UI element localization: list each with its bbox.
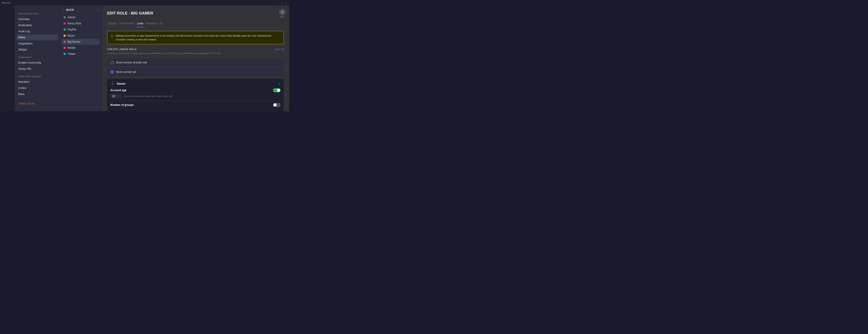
create-linked-role-label: CREATE LINKED ROLE [107,48,137,51]
create-linked-role-header: CREATE LINKED ROLE Clear all [107,48,284,51]
server-settings-header: SERVER SETTINGS [17,12,58,16]
account-age-input-row: Account must be at least this many days … [110,94,281,99]
role-tabs: Display Permissions Links Members - 10 [107,20,284,27]
esc-label: ESC [280,16,285,18]
back-label: BACK [66,8,74,11]
create-linked-role-desc: Linking a connection or app requires mem… [107,52,284,55]
app-window: Discord ─ □ ✕ SERVER SETTINGS Overview M… [0,0,289,111]
window-controls: ─ □ ✕ [276,1,287,4]
radio-must-connect-at-least-one[interactable]: Must connect at least one [107,59,284,67]
app-title: Discord [2,2,10,4]
esc-icon: ✕ [279,9,285,15]
warning-box: ⚠ Adding connection or app requirements … [107,31,284,44]
sidebar-item-invites[interactable]: Invites [17,85,58,91]
number-of-groups-label: Number of groups [110,103,134,106]
edit-header: EDIT ROLE - BIG GAMER ··· [107,10,284,16]
minimize-button[interactable]: ─ [276,1,278,4]
roles-panel-header: ← BACK + [62,8,100,12]
roles-panel: ← BACK + Admin Fancy Role PayPal Buyer [60,5,102,111]
role-item-reddit[interactable]: Reddit [62,45,100,51]
role-color-dot [63,28,66,31]
sidebar-item-integrations[interactable]: Integrations [17,41,58,46]
steam-number-of-groups-header: Number of groups [110,103,281,107]
sidebar-item-vanity-url[interactable]: Vanity URL [17,66,58,72]
role-label: Reddit [67,46,75,49]
edit-area: ✕ ESC EDIT ROLE - BIG GAMER ··· Display … [102,5,289,111]
account-age-toggle[interactable] [273,88,281,92]
main-content: SERVER SETTINGS Overview Moderation Audi… [0,5,289,111]
sidebar-item-bans[interactable]: Bans [17,91,58,97]
steam-account-age-setting: Account age Account must be at least thi… [110,88,281,99]
back-arrow-icon: ← [63,8,65,11]
sidebar-item-overview[interactable]: Overview [17,16,58,22]
steam-card-header: S Steam ✕ [110,81,281,86]
community-header: COMMUNITY [17,55,58,59]
user-management-header: USER MANAGEMENT [17,74,58,78]
role-item-big-gamer[interactable]: Big Gamer [62,39,100,45]
role-label: Big Gamer [67,40,81,43]
esc-button[interactable]: ✕ ESC [279,9,285,18]
toggle-thumb [273,103,277,106]
role-item-fancy-role[interactable]: Fancy Role [62,21,100,26]
connection-radio-group: Must connect at least one Must connect a… [107,59,284,76]
clear-all-button[interactable]: Clear all [275,48,284,51]
number-of-groups-toggle[interactable] [273,103,281,107]
back-button[interactable]: ← BACK [63,8,74,11]
role-item-twitter[interactable]: Twitter [62,51,100,57]
edit-role-title: EDIT ROLE - BIG GAMER [107,11,277,15]
radio-circle [110,61,114,64]
radio-must-connect-all[interactable]: Must connect all [107,68,284,76]
role-color-dot [63,16,66,19]
sidebar-item-moderation[interactable]: Moderation [17,22,58,28]
radio-circle-selected [110,70,114,74]
settings-sidebar: SERVER SETTINGS Overview Moderation Audi… [15,5,60,111]
steam-title: Steam [117,82,125,85]
steam-account-age-header: Account age [110,88,281,92]
account-age-desc: Account must be at least this many days … [124,95,173,98]
tab-links[interactable]: Links [136,20,144,27]
steam-card: S Steam ✕ Account age Account [107,79,284,111]
title-bar: Discord ─ □ ✕ [0,0,289,5]
sidebar-item-roles[interactable]: Roles [17,35,58,40]
role-color-dot [63,41,66,43]
sidebar-left [0,5,15,111]
tab-display[interactable]: Display [107,20,118,27]
steam-close-button[interactable]: ✕ [278,82,281,85]
radio-label: Must connect at least one [116,61,147,64]
role-item-paypal[interactable]: PayPal [62,27,100,33]
add-role-button[interactable]: + [97,8,99,12]
sidebar-item-delete-server[interactable]: Delete Server [17,101,58,106]
sidebar-item-enable-community[interactable]: Enable Community [17,60,58,66]
role-label: Buyer [67,34,74,37]
role-label: Fancy Role [67,22,81,25]
role-color-dot [63,53,66,55]
warning-text: Adding connection or app requirements to… [116,34,280,41]
account-age-label: Account age [110,89,126,92]
sidebar-item-audit-log[interactable]: Audit Log [17,28,58,34]
maximize-button[interactable]: □ [280,1,283,4]
warning-icon: ⚠ [111,34,114,41]
role-label: Admin [67,16,75,19]
toggle-thumb [277,89,280,92]
role-color-dot [63,22,66,25]
role-label: PayPal [67,28,76,31]
account-age-input[interactable] [110,94,122,99]
role-color-dot [63,47,66,49]
steam-number-of-groups-setting: Number of groups [110,103,281,107]
tab-permissions[interactable]: Permissions [119,20,135,27]
svg-text:S: S [112,83,113,85]
sidebar-item-members[interactable]: Members [17,79,58,85]
sidebar-item-widget[interactable]: Widget [17,47,58,53]
tab-members[interactable]: Members - 10 [145,20,164,27]
role-color-dot [63,35,66,37]
role-item-buyer[interactable]: Buyer [62,33,100,39]
radio-label: Must connect all [116,70,136,74]
steam-icon: S [110,81,115,86]
role-label: Twitter [67,53,75,56]
close-button[interactable]: ✕ [285,1,287,4]
role-item-admin[interactable]: Admin [62,14,100,20]
